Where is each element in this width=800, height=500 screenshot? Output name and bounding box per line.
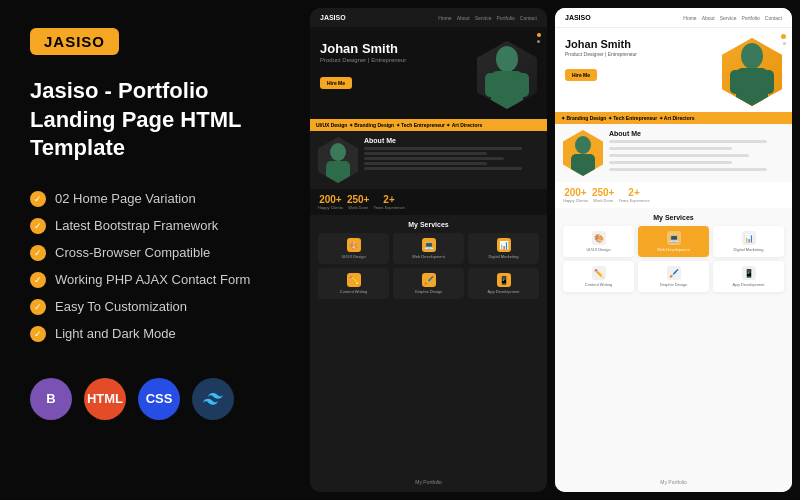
- svg-rect-2: [485, 73, 497, 97]
- light-hero-name: Johan Smith: [565, 38, 722, 51]
- dark-avatar-hexagon: [477, 41, 537, 109]
- tailwind-icon: [192, 378, 234, 420]
- service-name: Graphic Design: [660, 282, 688, 287]
- preview-panel: JASISO Home About Service Portfolio Cont…: [310, 0, 800, 500]
- about-line: [364, 152, 487, 155]
- stat-number: 200+: [319, 194, 342, 205]
- service-name: Web Development: [657, 247, 690, 252]
- person-dark-svg: [477, 41, 537, 109]
- check-icon: ✓: [30, 272, 46, 288]
- product-title: Jasiso - Portfolio Landing Page HTML Tem…: [30, 77, 280, 163]
- service-name: Web Development: [412, 254, 445, 259]
- stat-label: Happy Clients: [318, 205, 343, 210]
- light-about-hexagon: [563, 130, 603, 176]
- decorative-dots: [537, 33, 541, 43]
- stat-item: 2+ Years Experience: [618, 187, 649, 203]
- light-hex-shape: [722, 38, 782, 106]
- list-item: ✓ Light and Dark Mode: [30, 326, 280, 342]
- stat-number: 2+: [628, 187, 639, 198]
- stat-label: Years Experience: [618, 198, 649, 203]
- service-card: 📱 App Development: [468, 268, 539, 299]
- light-ticker: ✦ Branding Design ✦ Tech Entrepreneur ✦ …: [555, 112, 792, 124]
- service-icon: 📊: [497, 238, 511, 252]
- light-nav-links: Home About Service Portfolio Contact: [683, 15, 782, 21]
- service-icon: 📱: [497, 273, 511, 287]
- tailwind-logo-svg: [203, 392, 223, 406]
- list-item: ✓ Latest Bootstrap Framework: [30, 218, 280, 234]
- list-item: ✓ Cross-Browser Compatible: [30, 245, 280, 261]
- light-services: My Services 🎨 UI/UX Design 💻 Web Develop…: [555, 208, 792, 466]
- service-icon: 🖌️: [667, 266, 681, 280]
- dark-nav-links: Home About Service Portfolio Contact: [438, 15, 537, 21]
- svg-rect-3: [517, 73, 529, 97]
- stat-number: 250+: [347, 194, 370, 205]
- about-line: [364, 157, 504, 160]
- service-card: 🖌️ Graphic Design: [638, 261, 709, 292]
- dark-about-hexagon: [318, 137, 358, 183]
- check-icon: ✓: [30, 218, 46, 234]
- light-about-title: About Me: [609, 130, 784, 137]
- check-icon: ✓: [30, 245, 46, 261]
- dark-about-section: About Me: [310, 131, 547, 189]
- dark-services-title: My Services: [318, 221, 539, 228]
- service-card: 📊 Digital Marketing: [713, 226, 784, 257]
- dot-1: [537, 33, 541, 37]
- person-light-svg: [722, 38, 782, 106]
- dark-hero-name: Johan Smith: [320, 41, 477, 57]
- svg-point-6: [741, 43, 763, 69]
- feature-text: Light and Dark Mode: [55, 326, 176, 341]
- dark-about-title: About Me: [364, 137, 539, 144]
- stat-item: 200+ Happy Clients: [563, 187, 588, 203]
- service-name: Content Writing: [340, 289, 368, 294]
- about-line: [364, 147, 522, 150]
- dark-mode-preview: JASISO Home About Service Portfolio Cont…: [310, 8, 547, 492]
- svg-point-0: [496, 46, 518, 72]
- light-hire-button[interactable]: Hire Me: [565, 69, 597, 81]
- light-about-section: About Me: [555, 124, 792, 182]
- service-icon: 🎨: [592, 231, 606, 245]
- light-hero-title: Product Designer | Entrepreneur: [565, 51, 722, 57]
- stat-label: Work Done: [593, 198, 613, 203]
- about-line: [609, 140, 767, 143]
- dark-stats-row: 200+ Happy Clients 250+ Work Done 2+ Yea…: [310, 189, 547, 215]
- portfolio-label: My Portfolio: [415, 479, 441, 485]
- stat-label: Work Done: [348, 205, 368, 210]
- feature-text: Easy To Customization: [55, 299, 187, 314]
- html5-icon: HTML: [84, 378, 126, 420]
- service-icon: 💻: [667, 231, 681, 245]
- feature-text: Latest Bootstrap Framework: [55, 218, 218, 233]
- service-card: 💻 Web Development: [638, 226, 709, 257]
- bootstrap-icon: B: [30, 378, 72, 420]
- about-line: [364, 167, 522, 170]
- about-line: [364, 162, 487, 165]
- service-card: 🎨 UI/UX Design: [318, 233, 389, 264]
- service-icon: 🖌️: [422, 273, 436, 287]
- feature-text: 02 Home Page Variation: [55, 191, 196, 206]
- service-name: UI/UX Design: [586, 247, 610, 252]
- service-card: ✏️ Content Writing: [563, 261, 634, 292]
- dark-hex-shape: [477, 41, 537, 109]
- portfolio-label: My Portfolio: [660, 479, 686, 485]
- feature-list: ✓ 02 Home Page Variation ✓ Latest Bootst…: [30, 191, 280, 342]
- service-name: Digital Marketing: [734, 247, 764, 252]
- service-name: Content Writing: [585, 282, 613, 287]
- service-icon: 📱: [742, 266, 756, 280]
- svg-rect-9: [762, 70, 774, 94]
- svg-rect-8: [730, 70, 742, 94]
- brand-badge: JASISO: [30, 28, 119, 55]
- about-line: [609, 147, 732, 150]
- service-name: Digital Marketing: [489, 254, 519, 259]
- dark-hire-button[interactable]: Hire Me: [320, 77, 352, 89]
- service-name: App Development: [488, 289, 520, 294]
- list-item: ✓ Working PHP AJAX Contact Form: [30, 272, 280, 288]
- check-icon: ✓: [30, 191, 46, 207]
- about-line: [609, 168, 767, 171]
- dark-navbar: JASISO Home About Service Portfolio Cont…: [310, 8, 547, 27]
- feature-text: Cross-Browser Compatible: [55, 245, 210, 260]
- css3-icon: CSS: [138, 378, 180, 420]
- dark-hero-text: Johan Smith Product Designer | Entrepren…: [320, 41, 477, 89]
- service-icon: 📊: [742, 231, 756, 245]
- dark-about-info: About Me: [364, 137, 539, 183]
- about-line: [609, 161, 732, 164]
- dot-2: [537, 40, 540, 43]
